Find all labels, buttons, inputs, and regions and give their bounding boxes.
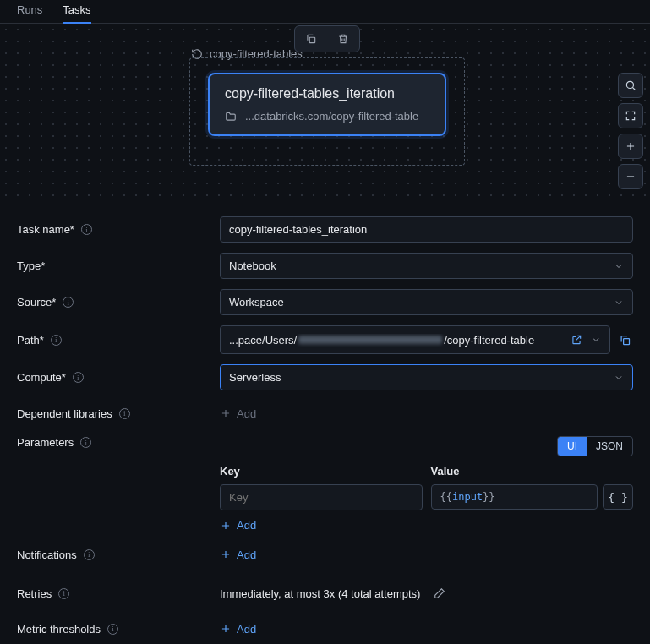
type-label: Type* bbox=[17, 259, 220, 272]
param-value-input[interactable]: {{input}} bbox=[431, 484, 598, 510]
chevron-down-icon bbox=[591, 335, 601, 345]
params-json-toggle[interactable]: JSON bbox=[587, 437, 632, 456]
task-node-path-text: ...databricks.com/copy-filtered-table bbox=[245, 110, 418, 123]
dependent-libraries-label: Dependent libraries i bbox=[17, 407, 220, 420]
compute-select[interactable]: Serverless bbox=[220, 364, 633, 390]
task-node[interactable]: copy-filtered-tables_iteration ...databr… bbox=[208, 73, 446, 136]
path-label: Path* i bbox=[17, 334, 220, 347]
open-external-button[interactable] bbox=[569, 332, 584, 347]
info-icon[interactable]: i bbox=[63, 297, 74, 308]
minus-icon bbox=[625, 171, 636, 183]
zoom-out-button[interactable] bbox=[618, 164, 643, 189]
plus-icon bbox=[625, 140, 636, 152]
copy-icon bbox=[619, 334, 631, 347]
info-icon[interactable]: i bbox=[51, 335, 62, 346]
add-library-button[interactable]: Add bbox=[220, 407, 256, 420]
retries-value: Immediately, at most 3x (4 total attempt… bbox=[220, 587, 420, 600]
expand-icon bbox=[625, 110, 636, 122]
external-link-icon bbox=[571, 334, 582, 346]
delete-button[interactable] bbox=[327, 26, 359, 52]
path-input[interactable]: ...pace/Users//copy-filtered-table bbox=[220, 325, 610, 354]
info-icon[interactable]: i bbox=[73, 372, 84, 383]
redacted-text bbox=[298, 336, 442, 344]
tab-runs[interactable]: Runs bbox=[17, 0, 42, 22]
plus-icon bbox=[220, 520, 232, 532]
svg-point-1 bbox=[626, 81, 633, 88]
plus-icon bbox=[220, 623, 232, 635]
param-key-header: Key bbox=[220, 465, 423, 478]
tab-tasks[interactable]: Tasks bbox=[63, 0, 90, 24]
add-parameter-button[interactable]: Add bbox=[220, 519, 633, 532]
copy-path-button[interactable] bbox=[617, 332, 633, 348]
info-icon[interactable]: i bbox=[107, 624, 118, 635]
add-metric-threshold-button[interactable]: Add bbox=[220, 623, 256, 636]
notifications-label: Notifications i bbox=[17, 548, 220, 561]
search-icon bbox=[625, 79, 636, 91]
info-icon[interactable]: i bbox=[119, 408, 130, 419]
plus-icon bbox=[220, 407, 232, 419]
source-select[interactable]: Workspace bbox=[220, 289, 633, 315]
folder-icon bbox=[225, 111, 237, 123]
task-name-label: Task name* i bbox=[17, 223, 220, 236]
info-icon[interactable]: i bbox=[81, 224, 92, 235]
info-icon[interactable]: i bbox=[84, 549, 95, 560]
search-canvas-button[interactable] bbox=[618, 73, 643, 98]
param-key-input[interactable] bbox=[220, 484, 423, 510]
node-toolbar bbox=[294, 25, 360, 52]
retries-label: Retries i bbox=[17, 587, 220, 600]
plus-icon bbox=[220, 548, 232, 560]
svg-rect-2 bbox=[624, 338, 630, 344]
edit-retries-button[interactable] bbox=[432, 586, 447, 601]
source-label: Source* i bbox=[17, 296, 220, 308]
chevron-down-icon bbox=[614, 261, 624, 271]
svg-rect-0 bbox=[309, 37, 314, 42]
zoom-in-button[interactable] bbox=[618, 134, 643, 159]
compute-label: Compute* i bbox=[17, 371, 220, 384]
param-value-header: Value bbox=[431, 465, 634, 478]
chevron-down-icon bbox=[614, 297, 624, 308]
workflow-canvas[interactable]: copy-filtered-tables copy-filtered-table… bbox=[0, 24, 650, 201]
chevron-down-icon bbox=[614, 373, 624, 383]
params-ui-toggle[interactable]: UI bbox=[558, 437, 587, 456]
info-icon[interactable]: i bbox=[80, 437, 91, 448]
params-view-toggle: UI JSON bbox=[557, 436, 633, 456]
task-node-title: copy-filtered-tables_iteration bbox=[225, 86, 429, 101]
add-notification-button[interactable]: Add bbox=[220, 548, 256, 561]
metric-thresholds-label: Metric thresholds i bbox=[17, 623, 220, 636]
fullscreen-button[interactable] bbox=[618, 103, 643, 128]
param-expression-button[interactable]: { } bbox=[603, 484, 633, 510]
pencil-icon bbox=[434, 587, 445, 599]
type-select[interactable]: Notebook bbox=[220, 253, 633, 279]
info-icon[interactable]: i bbox=[58, 588, 69, 599]
task-name-input[interactable] bbox=[220, 216, 633, 243]
parameters-label: Parameters i bbox=[17, 436, 220, 449]
